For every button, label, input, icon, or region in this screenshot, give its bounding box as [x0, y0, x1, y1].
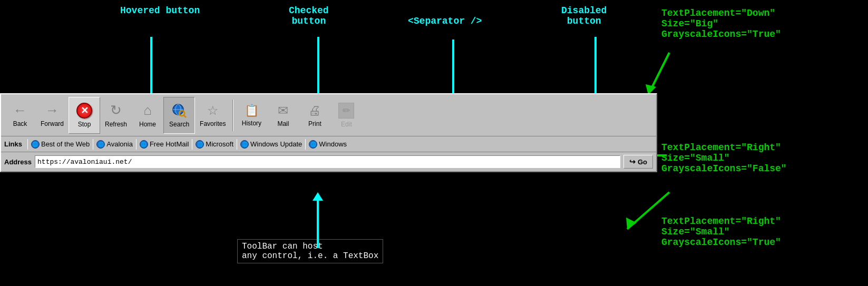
go-button[interactable]: ↪ Go [623, 155, 653, 169]
home-icon: ⌂ [143, 102, 152, 119]
favorites-icon: ☆ [207, 103, 219, 118]
link-hotmail-text: Free HotMail [150, 140, 189, 148]
textbox-arrow [313, 192, 323, 248]
mail-label: Mail [277, 120, 289, 127]
link-windows-update[interactable]: 🌐 Windows Update [240, 140, 302, 149]
hovered-button-label: Hovered button [120, 5, 200, 16]
print-label: Print [308, 120, 321, 127]
home-button[interactable]: ⌂ Home [132, 97, 163, 134]
links-separator-5 [237, 139, 237, 150]
mail-icon: ✉ [278, 103, 288, 118]
annotation-small-grayscale-false: TextPlacement="Right" Size="Small" Grays… [661, 142, 787, 174]
refresh-icon: ↻ [110, 102, 122, 119]
links-label: Links [4, 140, 22, 148]
links-separator-2 [93, 139, 93, 150]
green-arrow-3 [622, 187, 675, 240]
favorites-label: Favorites [200, 120, 226, 127]
print-icon: 🖨 [308, 103, 321, 118]
forward-button[interactable]: → Forward [36, 97, 69, 134]
checked-button-label: Checkedbutton [289, 5, 329, 26]
toolbar-area: ← Back → Forward ✕ Stop ↻ Refresh [0, 93, 657, 172]
link-avalonia-text: Avalonia [106, 140, 133, 148]
history-icon: 📋 [245, 104, 259, 117]
links-separator-6 [305, 139, 306, 150]
back-button[interactable]: ← Back [4, 97, 36, 134]
link-globe-icon-6: 🌐 [309, 140, 317, 149]
link-windows[interactable]: 🌐 Windows [309, 140, 347, 149]
link-best-of-web[interactable]: 🌐 Best of the Web [31, 140, 90, 149]
links-separator-4 [192, 139, 192, 150]
annotation-small-grayscale-true: TextPlacement="Right" Size="Small" Grays… [661, 216, 781, 248]
disabled-button-label: Disabledbutton [561, 5, 607, 26]
stop-button[interactable]: ✕ Stop [69, 97, 100, 134]
forward-label: Forward [41, 120, 64, 127]
go-label: Go [638, 158, 647, 166]
link-best-of-web-text: Best of the Web [41, 140, 90, 148]
home-label: Home [139, 121, 156, 128]
link-microsoft-text: Microsoft [206, 140, 233, 148]
link-globe-icon: 🌐 [31, 140, 40, 149]
link-windows-update-text: Windows Update [250, 140, 302, 148]
toolbar-main-row: ← Back → Forward ✕ Stop ↻ Refresh [1, 94, 656, 136]
refresh-button[interactable]: ↻ Refresh [100, 97, 132, 134]
links-separator [27, 139, 28, 150]
back-icon: ← [13, 103, 27, 118]
link-globe-icon-2: 🌐 [96, 140, 105, 149]
address-label: Address [4, 158, 32, 166]
stop-icon: ✕ [76, 103, 92, 119]
separator-label: <Separator /> [408, 16, 482, 26]
svg-marker-5 [626, 218, 637, 229]
edit-button[interactable]: ✏ Edit [330, 97, 362, 134]
mail-button[interactable]: ✉ Mail [267, 97, 299, 134]
history-label: History [242, 120, 261, 127]
stop-label: Stop [78, 121, 91, 128]
link-avalonia[interactable]: 🌐 Avalonia [96, 140, 133, 149]
links-bar: Links 🌐 Best of the Web 🌐 Avalonia 🌐 Fre… [1, 136, 656, 152]
link-windows-text: Windows [319, 140, 347, 148]
links-separator-3 [136, 139, 136, 150]
print-button[interactable]: 🖨 Print [299, 97, 330, 134]
green-arrow-1 [643, 47, 675, 100]
address-bar: Address ↪ Go [1, 152, 656, 171]
back-label: Back [13, 120, 27, 127]
textbox-annotation: ToolBar can hostany control, i.e. a Text… [237, 239, 383, 263]
search-label: Search [169, 121, 189, 128]
link-globe-icon-5: 🌐 [240, 140, 249, 149]
history-button[interactable]: 📋 History [236, 97, 267, 134]
link-hotmail[interactable]: 🌐 Free HotMail [140, 140, 189, 149]
edit-icon: ✏ [338, 103, 354, 119]
link-globe-icon-4: 🌐 [196, 140, 204, 149]
address-input[interactable] [35, 155, 620, 168]
svg-line-10 [184, 115, 186, 117]
search-icon [171, 103, 187, 119]
forward-icon: → [45, 103, 60, 118]
link-globe-icon-3: 🌐 [140, 140, 148, 149]
annotation-big-grayscale-true: TextPlacement="Down" Size="Big" Grayscal… [661, 8, 781, 40]
search-button[interactable]: Search [163, 97, 195, 134]
refresh-label: Refresh [105, 121, 127, 128]
go-arrow-icon: ↪ [629, 157, 636, 166]
link-microsoft[interactable]: 🌐 Microsoft [196, 140, 233, 149]
edit-label: Edit [341, 121, 352, 128]
toolbar-separator [232, 100, 233, 131]
favorites-button[interactable]: ☆ Favorites [195, 97, 230, 134]
